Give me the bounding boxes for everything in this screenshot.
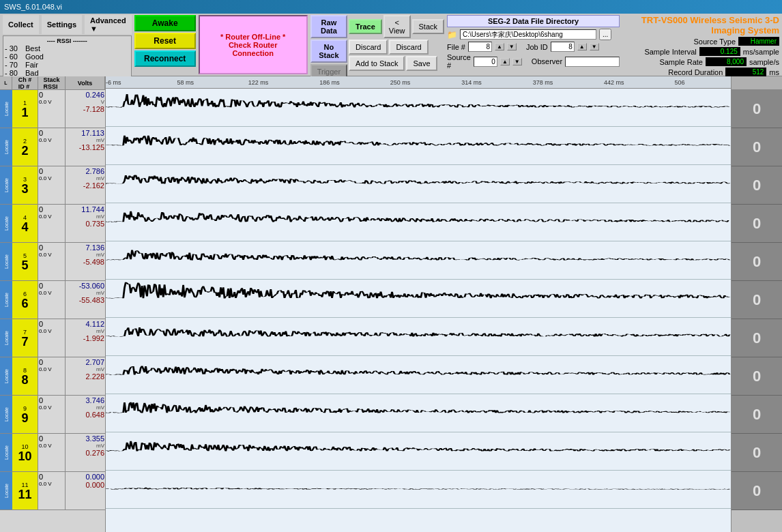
ch-locate-4[interactable]: Locate	[0, 243, 12, 280]
ch-stack-rssi-0: 0 0.0 V	[38, 90, 66, 128]
time-label-6: 378 ms	[533, 79, 553, 86]
time-label-3: 186 ms	[319, 79, 340, 86]
ch-locate-3[interactable]: Locate	[0, 205, 12, 242]
waveform-track-4	[106, 241, 731, 280]
reconnect-button[interactable]: Reconnect	[134, 50, 196, 67]
file-path-row: 📁 ...	[447, 29, 620, 40]
source-type-label: Source Type	[693, 38, 736, 46]
sample-rate-row: Sample Rate 8,000 sample/s	[622, 57, 779, 66]
raw-data-button[interactable]: Raw Data	[310, 15, 347, 38]
record-duration-unit: ms	[769, 68, 779, 76]
ch-values-10: 0.000 0.000	[66, 472, 105, 509]
job-down-arrow[interactable]: ▼	[590, 43, 599, 50]
no-stack-button[interactable]: No Stack	[310, 40, 347, 63]
source-row: Source # ▲ ▼ Observer	[447, 53, 620, 70]
waveform-track-0	[106, 89, 731, 127]
ch-locate-1[interactable]: Locate	[0, 128, 12, 166]
discard2-button[interactable]: Discard	[389, 40, 428, 55]
channel-row: Locate 7 7 0 0.0 V 4.112 mV -1.992	[0, 319, 105, 357]
menu-settings[interactable]: Settings	[42, 15, 82, 34]
ch-stack-rssi-5: 0 0.0 V	[38, 281, 66, 319]
router-status: * Router Off-Line * Check Router Connect…	[199, 15, 308, 74]
ch-stack-rssi-6: 0 0.0 V	[38, 319, 66, 357]
sample-interval-label: Sample Interval	[644, 48, 696, 56]
file-down-arrow[interactable]: ▼	[507, 43, 517, 50]
browse-button[interactable]: ...	[599, 29, 611, 40]
menu-collect[interactable]: Collect	[3, 15, 39, 34]
ch-values-3: 11.744 mV 0.735	[66, 205, 105, 242]
file-path-input[interactable]	[460, 29, 596, 40]
file-up-arrow[interactable]: ▲	[495, 43, 504, 50]
waveform-svg-10	[106, 471, 731, 508]
ch-stack-rssi-7: 0 0.0 V	[38, 357, 66, 395]
observer-input[interactable]	[565, 57, 620, 67]
ch-id-block-2: 3 3	[12, 166, 38, 204]
time-axis: -6 ms58 ms122 ms186 ms250 ms314 ms378 ms…	[106, 76, 731, 89]
router-line3: Connection	[207, 49, 300, 57]
channel-row: Locate 1 1 0 0.0 V 0.246 V -7.128	[0, 90, 105, 128]
job-id-input[interactable]	[551, 42, 575, 52]
time-label-8: 506	[675, 79, 685, 86]
file-id-row: File # ▲ ▼ Job ID ▲ ▼	[447, 42, 620, 52]
ch-stack-rssi-4: 0 0.0 V	[38, 243, 66, 280]
sample-interval-row: Sample Interval 0.125 ms/sample	[622, 47, 779, 56]
file-info-panel: SEG-2 Data File Directory 📁 ... File # ▲…	[447, 15, 620, 74]
ch-id-block-10: 11 11	[12, 472, 38, 509]
channel-row: Locate 9 9 0 0.0 V 3.746 mV 0.648	[0, 396, 105, 434]
stack-cell-2: 0	[732, 166, 782, 205]
source-up-arrow[interactable]: ▲	[500, 58, 510, 65]
awake-button[interactable]: Awake	[134, 15, 196, 31]
waveform-track-7	[106, 356, 731, 394]
content-area: L Ch #ID # StackRSSI Volts Locate 1 1 0 …	[0, 76, 782, 532]
ch-values-0: 0.246 V -7.128	[66, 90, 105, 128]
observer-label: Observer	[532, 57, 562, 65]
channel-row: Locate 8 8 0 0.0 V 2.707 mV 2.228	[0, 357, 105, 396]
waveform-track-5	[106, 280, 731, 318]
waveform-svg-7	[106, 356, 731, 394]
stack-button[interactable]: Stack	[412, 19, 445, 34]
reset-button[interactable]: Reset	[134, 33, 196, 49]
ch-locate-10[interactable]: Locate	[0, 472, 12, 509]
channel-row: Locate 6 6 0 0.0 V -53.060 mV -55.483	[0, 281, 105, 319]
waveform-track-9	[106, 432, 731, 471]
ch-locate-7[interactable]: Locate	[0, 357, 12, 395]
trace-button[interactable]: Trace	[349, 19, 382, 34]
ch-locate-8[interactable]: Locate	[0, 396, 12, 433]
trace-stack-panel: Trace < View Stack Discard Discard Add t…	[349, 15, 444, 79]
channel-row: Locate 10 10 0 0.0 V 3.355 mV 0.276	[0, 434, 105, 472]
menu-advanced[interactable]: Advanced ▼	[85, 15, 132, 34]
top-panels: Collect Settings Advanced ▼ ---- RSSI --…	[0, 14, 782, 76]
stack-cell-9: 0	[732, 434, 782, 472]
source-down-arrow[interactable]: ▼	[512, 58, 522, 65]
locate-col-header: L	[0, 76, 12, 89]
source-number-input[interactable]	[474, 57, 497, 67]
trace-view-stack-row: Trace < View Stack	[349, 15, 444, 38]
channel-row: Locate 2 2 0 0.0 V 17.113 mV -13.125	[0, 128, 105, 166]
control-buttons: Awake Reset Reconnect	[134, 15, 196, 74]
ch-locate-5[interactable]: Locate	[0, 281, 12, 319]
waveform-svg-3	[106, 203, 731, 241]
waveform-track-8	[106, 394, 731, 432]
waveform-svg-5	[106, 280, 731, 317]
stack-cell-8: 0	[732, 396, 782, 434]
ch-locate-6[interactable]: Locate	[0, 319, 12, 357]
ch-locate-2[interactable]: Locate	[0, 166, 12, 204]
folder-icon: 📁	[447, 30, 457, 40]
ch-values-9: 3.355 mV 0.276	[66, 434, 105, 471]
save-button[interactable]: Save	[406, 56, 437, 71]
ch-locate-9[interactable]: Locate	[0, 434, 12, 471]
job-up-arrow[interactable]: ▲	[577, 43, 587, 50]
ch-id-block-6: 7 7	[12, 319, 38, 357]
ch-stack-rssi-3: 0 0.0 V	[38, 205, 66, 242]
stack-col-header	[732, 76, 782, 90]
ch-locate-0[interactable]: Locate	[0, 90, 12, 128]
discard1-button[interactable]: Discard	[349, 40, 388, 55]
stack-cell-3: 0	[732, 205, 782, 243]
file-number-input[interactable]	[468, 42, 492, 52]
waveform-svg-8	[106, 394, 731, 432]
record-duration-row: Record Duration 512 ms	[622, 68, 779, 76]
waveform-svg-1	[106, 127, 731, 164]
view-button[interactable]: < View	[383, 15, 411, 38]
main-container: Collect Settings Advanced ▼ ---- RSSI --…	[0, 14, 782, 532]
add-to-stack-button[interactable]: Add to Stack	[349, 56, 405, 71]
